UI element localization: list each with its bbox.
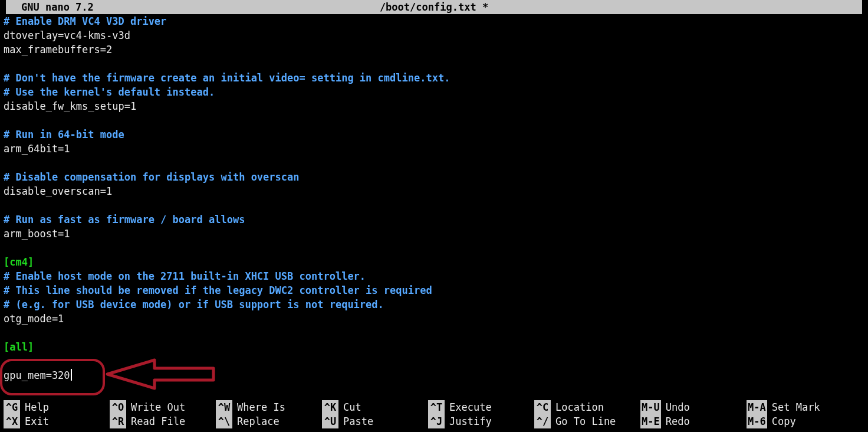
editor-line (4, 113, 864, 127)
shortcut-exit[interactable]: ^XExit (4, 414, 110, 428)
file-name: /boot/config.txt * (380, 0, 488, 14)
shortcut-label: Execute (449, 400, 492, 414)
editor-line: otg_mode=1 (4, 312, 864, 326)
editor-line: max_framebuffers=2 (4, 42, 864, 57)
shortcut-key: M-E (640, 414, 661, 428)
editor-line: # Use the kernel's default instead. (4, 85, 864, 99)
editor-line (4, 198, 864, 212)
editor-line: disable_overscan=1 (4, 184, 864, 198)
shortcut-key: ^O (110, 400, 126, 414)
editor-line: # Enable host mode on the 2711 built-in … (4, 269, 864, 283)
shortcut-read-file[interactable]: ^RRead File (110, 414, 216, 428)
shortcut-label: Help (25, 400, 49, 414)
shortcut-key: ^T (428, 400, 445, 414)
editor-line: dtoverlay=vc4-kms-v3d (4, 28, 864, 42)
editor-line: # Don't have the firmware create an init… (4, 71, 864, 85)
shortcut-key: ^K (322, 400, 338, 414)
shortcut-redo[interactable]: M-ERedo (640, 414, 747, 428)
shortcut-key: ^U (322, 414, 338, 428)
shortcut-help[interactable]: ^GHelp (4, 400, 110, 414)
shortcut-label: Redo (666, 414, 690, 428)
shortcut-location[interactable]: ^CLocation (534, 400, 640, 414)
shortcut-label: Exit (25, 414, 49, 428)
editor-line: # (e.g. for USB device mode) or if USB s… (4, 297, 864, 312)
shortcut-label: Replace (237, 414, 280, 428)
editor-line (4, 326, 864, 340)
nano-titlebar: GNU nano 7.2 /boot/config.txt * (6, 0, 862, 14)
editor-line: # Run as fast as firmware / board allows (4, 212, 864, 227)
shortcut-label: Set Mark (772, 400, 820, 414)
shortcut-key: ^/ (534, 414, 551, 428)
shortcut-label: Where Is (237, 400, 285, 414)
editor-line: [all] (4, 340, 864, 354)
shortcut-key: ^X (4, 414, 20, 428)
shortcut-execute[interactable]: ^TExecute (428, 400, 534, 414)
shortcut-key: M-U (640, 400, 661, 414)
editor-area[interactable]: # Enable DRM VC4 V3D driverdtoverlay=vc4… (0, 14, 868, 382)
shortcut-key: ^G (4, 400, 20, 414)
shortcut-justify[interactable]: ^JJustify (428, 414, 534, 428)
text-cursor (71, 369, 72, 381)
shortcut-label: Read File (131, 414, 185, 428)
shortcut-label: Go To Line (555, 414, 616, 428)
shortcut-key: ^J (428, 414, 445, 428)
editor-line: disable_fw_kms_setup=1 (4, 99, 864, 113)
shortcut-paste[interactable]: ^UPaste (322, 414, 428, 428)
app-name: GNU nano 7.2 (21, 0, 94, 14)
editor-line: # This line should be removed if the leg… (4, 283, 864, 297)
editor-line: [cm4] (4, 255, 864, 269)
shortcut-key: ^\ (216, 414, 232, 428)
shortcut-key: M-6 (747, 414, 767, 428)
shortcut-label: Write Out (131, 400, 185, 414)
shortcut-label: Copy (772, 414, 796, 428)
shortcut-label: Justify (449, 414, 492, 428)
editor-line: # Run in 64-bit mode (4, 127, 864, 142)
editor-line: # Enable DRM VC4 V3D driver (4, 14, 864, 28)
shortcut-key: ^R (110, 414, 126, 428)
shortcut-label: Location (555, 400, 604, 414)
shortcut-go-to-line[interactable]: ^/Go To Line (534, 414, 640, 428)
shortcut-key: ^C (534, 400, 551, 414)
shortcut-where-is[interactable]: ^WWhere Is (216, 400, 322, 414)
editor-line (4, 57, 864, 71)
shortcut-label: Undo (666, 400, 690, 414)
editor-line: # Disable compensation for displays with… (4, 170, 864, 184)
shortcut-label: Cut (343, 400, 361, 414)
editor-line: arm_64bit=1 (4, 142, 864, 156)
shortcut-undo[interactable]: M-UUndo (640, 400, 747, 414)
editor-line (4, 354, 864, 368)
shortcut-replace[interactable]: ^\Replace (216, 414, 322, 428)
shortcut-copy[interactable]: M-6Copy (747, 414, 859, 428)
editor-line (4, 156, 864, 170)
editor-line: gpu_mem=320 (4, 368, 864, 382)
editor-line: arm_boost=1 (4, 227, 864, 241)
shortcut-key: M-A (747, 400, 767, 414)
shortcut-cut[interactable]: ^KCut (322, 400, 428, 414)
shortcut-write-out[interactable]: ^OWrite Out (110, 400, 216, 414)
nano-shortcut-bar: ^GHelp^OWrite Out^WWhere Is^KCut^TExecut… (0, 400, 868, 428)
shortcut-set-mark[interactable]: M-ASet Mark (747, 400, 859, 414)
shortcut-label: Paste (343, 414, 373, 428)
editor-line (4, 241, 864, 255)
shortcut-key: ^W (216, 400, 232, 414)
